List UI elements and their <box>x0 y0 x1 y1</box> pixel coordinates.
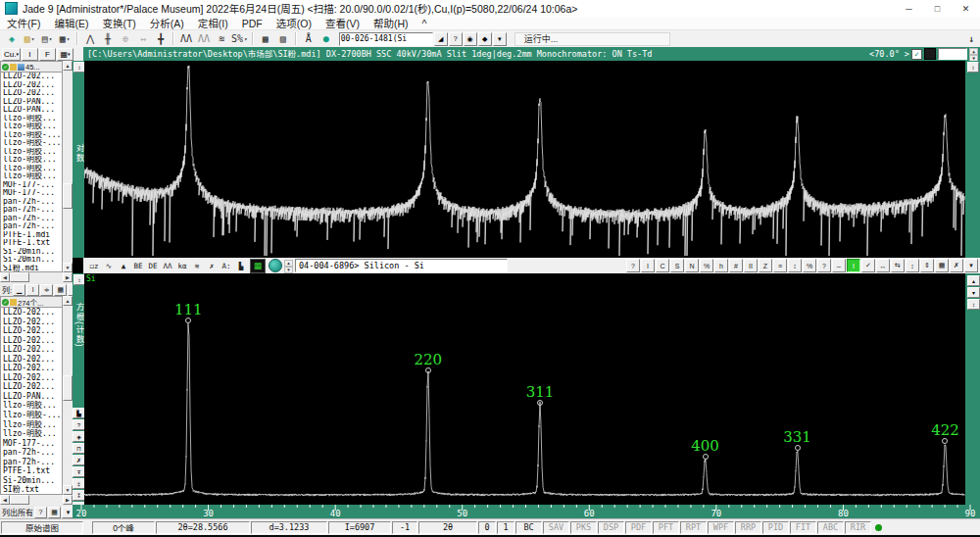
pattern-option-button-23[interactable]: ▾ <box>964 259 978 272</box>
file-list-item[interactable]: LLZO-PAN... <box>1 106 62 115</box>
new-session-icon[interactable]: ◈ <box>4 31 20 46</box>
menu-item-1[interactable]: 编辑(E) <box>47 16 95 30</box>
phase-id-icon[interactable]: ▩ <box>258 31 273 46</box>
scroll-down-icon[interactable]: ↓ <box>963 31 979 46</box>
status-toggle-sav[interactable]: SAV <box>543 521 569 534</box>
status-toggle-fit[interactable]: FIT <box>790 521 816 534</box>
menu-item-9[interactable]: ^ <box>416 18 434 29</box>
pattern-list-item[interactable]: LLZO-202... <box>1 382 62 392</box>
file-list-item[interactable]: llzo-明胶... <box>1 172 62 181</box>
status-toggle-pft[interactable]: PFT <box>653 521 679 534</box>
file-list-item[interactable]: pan-72h-... <box>1 198 62 207</box>
pattern-option-button-18[interactable]: ⇆ <box>891 259 905 272</box>
splitter-handle-icon[interactable]: ↕ <box>967 62 979 73</box>
column-intensity-button[interactable]: I <box>26 284 39 296</box>
file-list-vscrollbar[interactable]: ▲▼ <box>63 61 73 272</box>
pattern-option-button-10[interactable]: ≡ <box>773 259 787 272</box>
pattern-list-item[interactable]: PTFE-1.txt <box>1 466 62 476</box>
status-toggle-rir[interactable]: RIR <box>845 521 871 534</box>
pattern-option-button-16[interactable]: ✓ <box>861 259 875 272</box>
file-list-item[interactable]: llzo-明胶... <box>1 156 62 165</box>
zoom-previous-icon[interactable]: ⊕ <box>118 31 133 46</box>
pattern-list-item[interactable]: llzo-明胶... <box>1 401 62 411</box>
menu-item-8[interactable]: 帮助(H) <box>367 16 416 30</box>
close-button[interactable]: ✕ <box>952 0 980 17</box>
profile-fit-tool[interactable]: ΛΛ <box>161 260 174 272</box>
pattern-list-item[interactable]: LLZO-202... <box>1 345 62 355</box>
file-list-item[interactable]: PTFE-1.mdi <box>1 231 62 240</box>
scroll-up-icon[interactable]: ▲ <box>63 296 73 306</box>
kalpha2-strip-tool[interactable]: kα <box>175 260 189 272</box>
minimize-button[interactable]: ─ <box>895 0 923 17</box>
status-toggle-bc[interactable]: BC <box>515 521 542 534</box>
status-toggle-rrp[interactable]: RRP <box>735 521 761 534</box>
offset-input[interactable]: 0.0 <box>938 48 967 60</box>
file-list-item[interactable]: SI粉.mdi <box>1 265 62 273</box>
fitted-pattern-plot[interactable]: Si 111220311400331422 <box>84 273 965 505</box>
pdf-diamond-icon[interactable]: ◆ <box>478 32 492 46</box>
align-tool[interactable]: A: <box>220 260 233 272</box>
view-spinner[interactable]: ▲▼ <box>284 260 293 271</box>
smooth-tool[interactable]: ≋ <box>190 260 204 272</box>
full-range-icon[interactable]: ↔ <box>135 31 151 46</box>
scroll-down-icon[interactable]: ▼ <box>63 263 73 272</box>
raw-scan-plot[interactable] <box>84 61 965 258</box>
pattern-list-item[interactable]: LLZO-202... <box>1 317 62 327</box>
background-tool[interactable]: ∿ <box>102 260 116 272</box>
layout-grid-button[interactable]: ▦▾ <box>57 48 74 61</box>
report-display-icon[interactable]: ▦▾ <box>57 31 73 46</box>
file-list-item[interactable]: LLZO-PAN... <box>1 98 62 107</box>
pattern-list-item[interactable]: llzo-明胶-... <box>1 411 62 420</box>
menu-item-4[interactable]: 定相(I) <box>191 16 235 30</box>
header-checkbox[interactable]: ✓ <box>911 49 922 60</box>
menu-item-3[interactable]: 分析(A) <box>143 16 191 30</box>
pattern-option-button-21[interactable]: ▦ <box>935 259 949 272</box>
status-toggle-rpt[interactable]: RPT <box>680 521 707 534</box>
pattern-option-button-11[interactable]: ↕ <box>788 259 802 272</box>
pattern-list-item[interactable]: LLZO-202... <box>1 373 62 383</box>
simulate-pattern-icon[interactable]: ▨ <box>275 31 291 46</box>
file-list-item[interactable]: pan-72h-... <box>1 206 62 215</box>
pattern-option-button-17[interactable]: ↔ <box>876 259 890 272</box>
stack-pattern-icon[interactable]: ΛΛ <box>196 31 212 46</box>
menu-item-7[interactable]: 查看(V) <box>318 16 367 30</box>
pattern-list-item[interactable]: LLZO-202... <box>1 326 62 336</box>
pattern-option-button-1[interactable]: I <box>641 259 655 272</box>
scroll-thumb[interactable] <box>10 495 29 505</box>
file-list-item[interactable]: LLZO-202... <box>1 81 62 90</box>
normalize-icon[interactable]: S%▾ <box>231 31 248 46</box>
tab-raw-pattern[interactable]: 原始谱图 <box>1 521 83 534</box>
file-list-item[interactable]: llzo-明胶... <box>1 115 62 123</box>
edit-pdf-icon[interactable]: ◢ <box>434 32 448 46</box>
pattern-option-button-13[interactable]: ? <box>817 259 831 272</box>
intensity-mode-button[interactable]: I <box>22 48 38 61</box>
open-file-icon[interactable]: ▧▾ <box>22 31 37 46</box>
pdf-drop-icon[interactable]: ◉ <box>464 32 477 46</box>
y-zoom-out-button[interactable]: ▾ <box>967 287 980 298</box>
file-list-item[interactable]: MOF-177-... <box>1 181 62 190</box>
pattern-list-item[interactable]: MOF-177-... <box>1 439 62 449</box>
y-zoom-in-button[interactable]: ▴ <box>967 275 980 286</box>
pan-icon[interactable]: ╋ <box>153 31 169 46</box>
pattern-option-button-6[interactable]: h <box>714 259 728 272</box>
pattern-option-button-2[interactable]: C <box>656 259 669 272</box>
list-grid-button[interactable]: ▦ <box>48 507 61 518</box>
pattern-list-item[interactable]: LLZO-202... <box>1 355 62 365</box>
pattern-list-item[interactable]: LLZO-202... <box>1 308 62 317</box>
scroll-down-icon[interactable]: ▼ <box>63 485 73 495</box>
pattern-option-button-9[interactable]: Z <box>759 259 772 272</box>
scroll-right-icon[interactable]: ▶ <box>63 495 73 505</box>
column-underscore-button[interactable]: ▁ <box>13 284 25 296</box>
pattern-option-button-19[interactable]: ↕ <box>906 259 919 272</box>
overlay-pattern-icon[interactable]: ΛΛ <box>178 31 194 46</box>
pattern-option-button-12[interactable]: % <box>803 259 816 272</box>
scroll-thumb[interactable] <box>63 375 73 401</box>
scroll-thumb[interactable] <box>10 272 29 282</box>
scroll-right-icon[interactable]: ▶ <box>63 272 73 282</box>
sync-button[interactable] <box>269 259 282 272</box>
matched-phase-box[interactable]: 04-004-6896> Silicon - Si <box>295 259 508 272</box>
clip-tool[interactable]: ✗ <box>205 260 219 272</box>
pattern-list-item[interactable]: pan-72h-... <box>1 458 62 467</box>
box-zoom-tool[interactable]: ◻z <box>87 260 101 272</box>
print-icon[interactable]: ▤▾ <box>39 31 55 46</box>
